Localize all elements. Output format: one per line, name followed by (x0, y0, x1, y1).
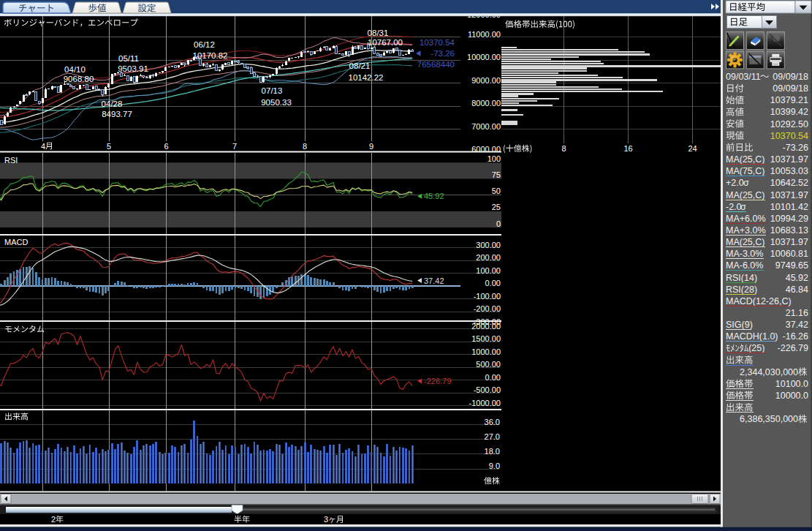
svg-text:MA(25,C): MA(25,C) (726, 154, 764, 165)
svg-text:1500.00: 1500.00 (471, 334, 501, 343)
svg-text:37.42: 37.42 (786, 320, 808, 330)
svg-text:100.00: 100.00 (476, 266, 501, 275)
svg-text:σ: σ (740, 202, 746, 212)
svg-text:10371.97: 10371.97 (770, 154, 808, 165)
svg-text:-1000.00: -1000.00 (469, 399, 501, 407)
svg-text:10053.03: 10053.03 (770, 166, 808, 176)
svg-text:08/31: 08/31 (368, 29, 389, 37)
svg-text:MA(75,C): MA(75,C) (726, 166, 764, 176)
svg-text:10170.82: 10170.82 (193, 51, 228, 60)
svg-text:04/10: 04/10 (64, 65, 86, 74)
svg-text:11000.00: 11000.00 (468, 30, 501, 39)
svg-text:MACD: MACD (4, 238, 28, 246)
svg-text:10683.13: 10683.13 (770, 225, 808, 236)
svg-text:-200.00: -200.00 (474, 304, 501, 313)
svg-text:MA-6.0%: MA-6.0% (726, 260, 763, 271)
svg-text:5: 5 (107, 142, 111, 151)
svg-text:MA+3.0%: MA+3.0% (726, 225, 766, 236)
svg-text:9050.33: 9050.33 (261, 98, 292, 107)
svg-text:-100.00: -100.00 (474, 292, 501, 301)
svg-text:18.0: 18.0 (485, 447, 500, 456)
svg-text:9503.91: 9503.91 (118, 64, 148, 73)
svg-text:9068.80: 9068.80 (64, 75, 94, 83)
svg-text:10370.54: 10370.54 (420, 38, 455, 47)
svg-text:SIG(9): SIG(9) (726, 320, 753, 330)
svg-text:09/09/18: 09/09/18 (773, 83, 808, 94)
svg-text:RSI(28): RSI(28) (726, 285, 757, 295)
svg-text:6: 6 (164, 142, 168, 151)
svg-text:36.0: 36.0 (485, 418, 500, 426)
svg-text:45.92: 45.92 (424, 192, 444, 200)
svg-text:10142.22: 10142.22 (349, 73, 384, 82)
svg-text:7: 7 (232, 142, 237, 151)
svg-text:16: 16 (623, 144, 632, 153)
svg-text:-226.79: -226.79 (778, 343, 808, 353)
svg-text:3: 3 (324, 515, 328, 524)
svg-text:2: 2 (51, 515, 56, 524)
svg-text:200.00: 200.00 (476, 253, 501, 262)
svg-text:σ: σ (743, 178, 749, 188)
svg-text:300.00: 300.00 (476, 241, 501, 249)
svg-text:0.00: 0.00 (485, 279, 501, 287)
svg-text:46.84: 46.84 (786, 285, 808, 295)
svg-text:09/09/18: 09/09/18 (773, 72, 808, 82)
svg-text:9000.00: 9000.00 (471, 76, 501, 85)
svg-text:08/21: 08/21 (349, 61, 371, 70)
svg-text:45.92: 45.92 (786, 273, 808, 283)
svg-text:10379.21: 10379.21 (770, 95, 808, 105)
svg-text:-500.00: -500.00 (474, 385, 501, 394)
svg-text:MA+6.0%: MA+6.0% (726, 214, 766, 224)
svg-text:75: 75 (492, 170, 501, 179)
svg-text:10399.42: 10399.42 (770, 107, 808, 117)
svg-text:2,344,030,000: 2,344,030,000 (740, 367, 798, 377)
svg-text:9749.65: 9749.65 (775, 260, 808, 271)
svg-text:10292.50: 10292.50 (770, 119, 808, 129)
svg-text:0: 0 (496, 219, 501, 228)
svg-text:25: 25 (492, 203, 501, 211)
svg-text:10994.29: 10994.29 (770, 214, 808, 224)
svg-text:50: 50 (492, 187, 501, 195)
svg-text:10060.81: 10060.81 (770, 249, 808, 259)
svg-text:6,386,350,000: 6,386,350,000 (740, 414, 798, 424)
svg-text:05/11: 05/11 (118, 54, 139, 63)
svg-text:10000.00: 10000.00 (467, 53, 501, 61)
svg-text:-226.79: -226.79 (424, 377, 451, 385)
svg-text:MACDH(1.0): MACDH(1.0) (726, 331, 778, 342)
svg-text:09/03/11: 09/03/11 (726, 72, 761, 82)
svg-text:500.00: 500.00 (476, 360, 501, 369)
svg-text:MA(25,C): MA(25,C) (726, 190, 764, 200)
svg-text:10642.52: 10642.52 (770, 178, 808, 188)
svg-text:2000.00: 2000.00 (471, 322, 501, 331)
svg-text:4: 4 (41, 142, 45, 151)
svg-text:10370.54: 10370.54 (770, 131, 808, 141)
svg-text:10100.0: 10100.0 (775, 379, 808, 389)
svg-text:24: 24 (688, 144, 697, 153)
svg-text:+2.0: +2.0 (726, 178, 744, 188)
svg-text:8000.00: 8000.00 (471, 99, 501, 108)
svg-text:-2.0: -2.0 (726, 202, 742, 212)
svg-text:10371.97: 10371.97 (770, 237, 808, 247)
svg-text:10000.0: 10000.0 (775, 391, 808, 401)
svg-text:6000.00: 6000.00 (471, 145, 501, 154)
svg-text:0.00: 0.00 (485, 373, 501, 382)
svg-text:9: 9 (369, 142, 373, 151)
svg-text:37.42: 37.42 (424, 276, 444, 285)
svg-text:-16.26: -16.26 (783, 331, 808, 342)
svg-text:RSI: RSI (4, 156, 18, 165)
svg-text:MA(25,C): MA(25,C) (726, 237, 764, 247)
svg-text:07/13: 07/13 (262, 86, 283, 95)
svg-text:-73.26: -73.26 (430, 49, 455, 58)
svg-text:76568440: 76568440 (417, 60, 455, 69)
svg-text:7000.00: 7000.00 (471, 122, 501, 131)
svg-text:27.0: 27.0 (485, 432, 500, 441)
svg-text:10767.00: 10767.00 (368, 38, 403, 47)
svg-text:04/28: 04/28 (102, 99, 123, 108)
svg-text:MA-3.0%: MA-3.0% (726, 249, 763, 259)
svg-text:10101.42: 10101.42 (770, 202, 808, 212)
svg-text:MACD(12-26,C): MACD(12-26,C) (726, 296, 792, 306)
svg-text:9.0: 9.0 (489, 462, 500, 470)
svg-text:8: 8 (561, 144, 566, 153)
svg-text:(25): (25) (748, 343, 764, 353)
svg-text:RSI(14): RSI(14) (726, 273, 757, 283)
svg-text:100: 100 (487, 154, 501, 163)
